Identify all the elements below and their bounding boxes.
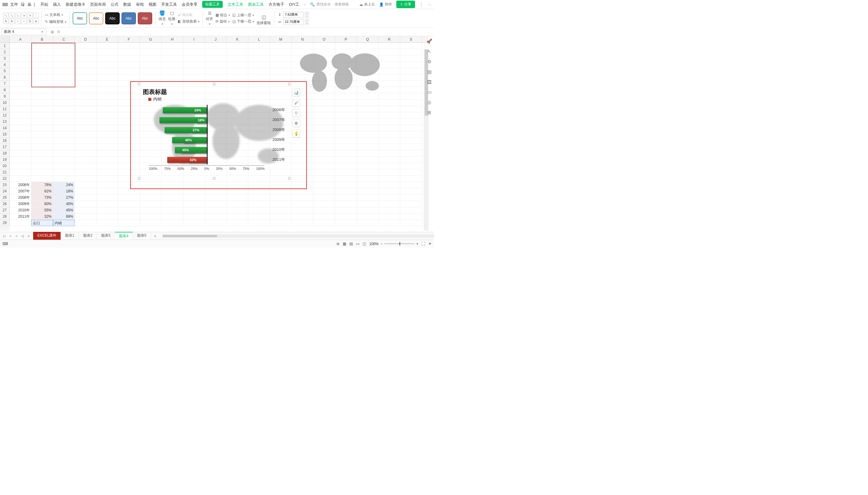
cell[interactable] [400, 49, 422, 55]
cell[interactable] [248, 214, 270, 220]
sheet-first[interactable]: |< [2, 234, 7, 238]
cell[interactable] [379, 214, 400, 220]
cell[interactable] [400, 81, 422, 87]
cell[interactable] [227, 55, 248, 62]
view-grid-icon[interactable]: ▦ [343, 241, 346, 246]
cell[interactable] [10, 169, 31, 175]
cell[interactable] [400, 175, 422, 182]
row-header[interactable]: 8 [0, 87, 10, 93]
width-spinner[interactable]: ▲▼ [305, 19, 309, 25]
cell[interactable] [162, 62, 183, 68]
cell[interactable] [379, 125, 400, 131]
sheet-next[interactable]: > [14, 234, 19, 238]
cell[interactable] [140, 74, 162, 81]
row-header[interactable]: 12 [0, 112, 10, 119]
cell[interactable] [162, 188, 183, 194]
cell[interactable] [379, 194, 400, 201]
cell[interactable] [96, 55, 118, 62]
cell[interactable] [248, 207, 270, 214]
cell[interactable] [118, 157, 140, 163]
tab-ffgz[interactable]: 方方格子 [268, 2, 284, 7]
cell[interactable] [75, 163, 96, 169]
cell[interactable] [335, 201, 357, 207]
cell[interactable] [75, 62, 96, 68]
row-header[interactable]: 27 [0, 207, 10, 214]
cell[interactable] [96, 163, 118, 169]
world-map-shape[interactable] [295, 48, 386, 96]
cell[interactable] [162, 55, 183, 62]
cell[interactable] [335, 119, 357, 125]
cell[interactable] [53, 125, 75, 131]
cell[interactable]: 55% [31, 207, 53, 214]
cell[interactable] [379, 131, 400, 138]
zoom-slider[interactable] [384, 243, 414, 244]
cell[interactable] [313, 169, 335, 175]
cell[interactable] [292, 194, 313, 201]
shape-height-input[interactable] [283, 12, 304, 18]
cell[interactable] [313, 112, 335, 119]
cell[interactable] [162, 207, 183, 214]
cell[interactable] [183, 182, 205, 188]
row-header[interactable]: 22 [0, 175, 10, 182]
cell[interactable] [10, 68, 31, 74]
cell[interactable] [357, 125, 379, 131]
cell[interactable] [96, 62, 118, 68]
cell[interactable] [357, 106, 379, 112]
cell[interactable] [53, 68, 75, 74]
cell[interactable] [400, 138, 422, 144]
cell[interactable] [400, 214, 422, 220]
line-shape[interactable]: ＼ [9, 13, 15, 18]
cell[interactable] [75, 220, 96, 226]
image-icon[interactable]: 🖼 [427, 80, 431, 85]
cell[interactable] [292, 188, 313, 194]
cell[interactable] [96, 201, 118, 207]
cell[interactable] [31, 55, 53, 62]
col-header[interactable]: F [118, 36, 140, 42]
cell[interactable] [335, 182, 357, 188]
cell[interactable] [400, 144, 422, 150]
cell[interactable] [379, 138, 400, 144]
cell[interactable] [357, 182, 379, 188]
cell[interactable] [96, 157, 118, 163]
cell[interactable] [400, 74, 422, 81]
cell[interactable] [205, 55, 227, 62]
book-icon[interactable]: ▭ [427, 89, 431, 95]
cell[interactable] [118, 182, 140, 188]
cell[interactable]: 2007年 [10, 188, 31, 194]
tab-formula[interactable]: 公式 [111, 2, 118, 7]
cell[interactable]: 2011年 [10, 214, 31, 220]
cell[interactable]: 27% [53, 194, 75, 201]
settings-icon[interactable]: ✦ [428, 241, 431, 246]
row-header[interactable]: 15 [0, 131, 10, 138]
sheet-tab[interactable]: 图表5 [133, 232, 151, 240]
cell[interactable] [96, 93, 118, 100]
cell[interactable] [270, 214, 292, 220]
cell[interactable] [205, 194, 227, 201]
cell[interactable] [31, 169, 53, 175]
line-shape[interactable]: ↘ [21, 13, 27, 18]
cell[interactable] [292, 157, 313, 163]
col-header[interactable]: Q [357, 36, 379, 42]
bring-forward-button[interactable]: ◱上移一层 [232, 13, 254, 18]
save-icon[interactable]: 🖫 [20, 2, 25, 7]
cell[interactable] [292, 169, 313, 175]
cell[interactable] [31, 93, 53, 100]
cell[interactable] [400, 87, 422, 93]
cell[interactable] [75, 68, 96, 74]
row-header[interactable]: 29 [0, 220, 10, 226]
row-header[interactable]: 2 [0, 49, 10, 55]
cell[interactable] [75, 201, 96, 207]
cell[interactable] [75, 169, 96, 175]
cell[interactable] [75, 207, 96, 214]
col-header[interactable]: A [10, 36, 31, 42]
tab-data[interactable]: 数据 [123, 2, 131, 7]
cell[interactable] [75, 119, 96, 125]
cell[interactable] [96, 214, 118, 220]
cell[interactable] [400, 188, 422, 194]
cell[interactable] [53, 169, 75, 175]
cell[interactable] [379, 175, 400, 182]
cell[interactable] [313, 138, 335, 144]
cell[interactable] [379, 220, 400, 226]
input-mode-icon[interactable]: ⌨ [2, 241, 8, 246]
cell[interactable]: 2009年 [10, 201, 31, 207]
